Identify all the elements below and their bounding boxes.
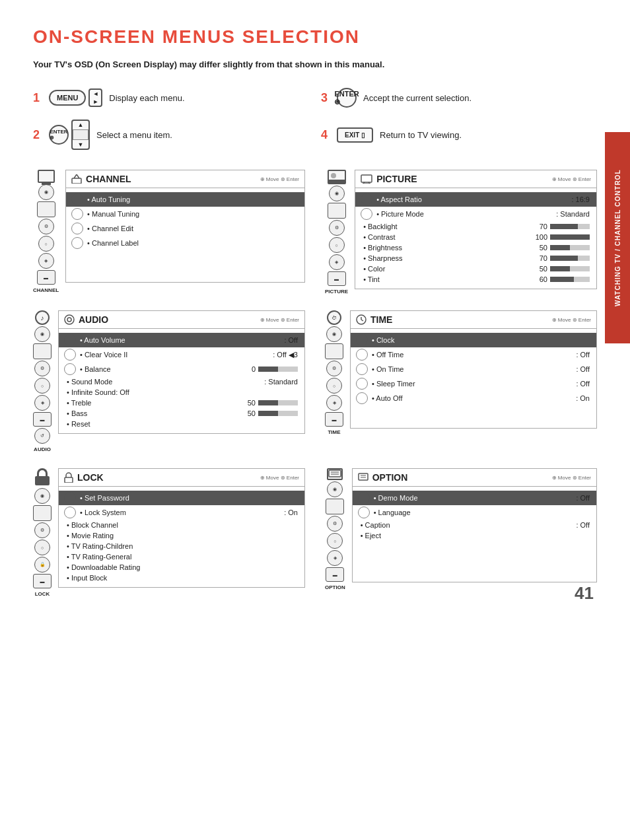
audio-item-6: • Bass 50 [59,408,304,419]
svg-rect-0 [72,178,81,184]
time-item-4: • Auto Off : On [351,391,596,405]
option-item-0-icon [358,492,370,504]
nav-arrows-2: ▲ ▼ [71,120,90,150]
picture-item-4: • Brightness 50 [355,242,596,253]
picture-item-1-label: • Picture Mode [376,210,556,218]
enter-button-3[interactable]: ENTER⊛ [337,88,357,108]
step-3-number: 3 [321,91,328,105]
option-icon-3: ⚙ [327,516,343,532]
exit-button[interactable]: EXIT ▯ [337,127,373,143]
audio-item-2-label: • Balance [80,365,252,373]
lock-item-1: • Lock System : On [59,505,304,520]
option-item-2-label: • Caption [358,521,577,529]
arrow-left[interactable]: ◄ [90,90,101,98]
arrow-right[interactable]: ► [90,98,101,106]
picture-item-0-value: : 16:9 [571,195,590,203]
speaker-icon: ♪ [35,310,50,325]
arrow-down[interactable]: ▼ [73,141,88,149]
picture-label: PICTURE [325,289,348,295]
option-item-2: • Caption : Off [353,520,596,530]
time-item-1: • Off Time : Off [351,347,596,362]
option-spacer-2 [353,550,596,559]
lock-item-1-value: : On [284,508,298,516]
picture-item-0: • Aspect Ratio : 16:9 [355,192,596,207]
channel-item-0-label: • Auto Tuning [87,195,298,203]
lock-item-6: • Downloadable Rating [59,562,304,573]
picture-item-0-label: • Aspect Ratio [376,195,571,203]
channel-section: ◉ ⚙ ○ ◈ ▬ CHANNEL CHANNEL [33,170,305,295]
option-item-0-label: • Demo Mode [374,494,577,502]
time-item-3-icon [356,378,368,390]
lock-icon-3: ⚙ [34,522,50,538]
lock-item-1-label: • Lock System [80,508,284,516]
lock-item-2: • Block Channel [59,520,304,530]
instructions-section: 1 MENU ◄ ► Display each menu. 3 ENTER⊛ A… [33,88,597,150]
picture-item-2-label: • Backlight [361,223,540,230]
lock-remote-icons: ◉ ⚙ ○ 🔒 ▬ LOCK [33,468,52,597]
audio-remote-icons: ♪ ◉ ⚙ ○ ◈ ▬ ↺ AUDIO [33,310,52,452]
step-4-text: Return to TV viewing. [380,130,462,140]
picture-icon [328,170,346,184]
instruction-4: 4 EXIT ▯ Return to TV viewing. [321,120,597,150]
time-item-2-value: : Off [576,365,590,373]
arrow-up[interactable]: ▲ [73,121,88,129]
option-controls: ⊕ Move ⊛ Enter [552,475,591,481]
option-spacer-3 [353,559,596,569]
svg-rect-16 [359,473,368,480]
time-panel: TIME ⊕ Move ⊛ Enter • Clock • Off Time :… [350,310,597,429]
audio-item-7-label: • Reset [64,420,298,428]
audio-item-5-label: • Treble [64,399,248,407]
picture-item-5-value: 70 [540,254,547,262]
channel-item-2: • Channel Edit [66,221,304,236]
option-item-2-value: : Off [576,521,590,529]
time-item-2-label: • On Time [372,365,576,373]
time-item-4-label: • Auto Off [372,394,576,402]
lock-item-7: • Input Block [59,573,304,583]
picture-item-7-label: • Tint [361,275,540,283]
picture-item-3-label: • Contrast [361,233,536,241]
option-icon-6: ▬ [326,567,344,582]
lock-icon-5: 🔒 [34,557,50,573]
channel-item-3-icon [71,237,83,249]
picture-item-1-value: : Standard [556,210,590,218]
channel-body: • Auto Tuning • Manual Tuning • Channel … [66,188,304,282]
step-1-number: 1 [33,91,40,105]
time-item-4-icon [356,392,368,404]
channel-panel: CHANNEL ⊕ Move ⊛ Enter • Auto Tuning • M… [65,170,305,283]
lock-item-0-label: • Set Password [80,494,298,502]
channel-icon-6: ▬ [37,270,55,285]
option-item-1: • Language [353,505,596,520]
audio-item-0-label: • Auto Volume [80,336,284,344]
audio-item-4: • Infinite Sound: Off [59,387,304,398]
menu-button[interactable]: MENU [49,90,86,106]
time-item-1-value: : Off [576,351,590,359]
lock-icon-4: ○ [34,540,50,555]
page: WATCHING TV / CHANNEL CONTROL ON-SCREEN … [0,0,630,623]
picture-icon-5: ◈ [329,254,345,270]
picture-item-5: • Sharpness 70 [355,253,596,263]
time-remote-icons: ⏱ ◉ ⚙ ○ ◈ ▬ TIME [325,310,343,435]
option-body: • Demo Mode : Off • Language • Caption :… [353,487,596,582]
time-section: ⏱ ◉ ⚙ ○ ◈ ▬ TIME TIME [325,310,597,452]
channel-icon-3: ⚙ [38,219,54,234]
audio-icon-6: ▬ [33,412,52,427]
time-title: TIME [356,314,392,325]
lock-label: LOCK [35,591,50,597]
picture-icon-3: ⚙ [329,220,345,236]
time-icon-3: ⚙ [326,361,342,376]
option-header: OPTION ⊕ Move ⊛ Enter [353,469,596,487]
time-spacer-1 [351,405,596,415]
audio-panel: AUDIO ⊕ Move ⊛ Enter • Auto Volume : Off… [58,310,305,434]
enter-button-2[interactable]: ENTER⊛ [49,125,69,145]
lock-icon-2 [33,505,52,521]
audio-item-1: • Clear Voice II : Off ◀3 [59,347,304,362]
picture-icon-1: ◉ [329,186,345,201]
svg-point-8 [67,318,71,322]
lock-icon-1: ◉ [34,488,50,504]
audio-body: • Auto Volume : Off • Clear Voice II : O… [59,329,304,433]
antenna-icon [71,174,82,184]
option-item-0: • Demo Mode : Off [353,491,596,505]
picture-item-4-value: 50 [540,244,547,252]
channel-remote-icons: ◉ ⚙ ○ ◈ ▬ CHANNEL [33,170,59,293]
time-item-3: • Sleep Timer : Off [351,376,596,391]
